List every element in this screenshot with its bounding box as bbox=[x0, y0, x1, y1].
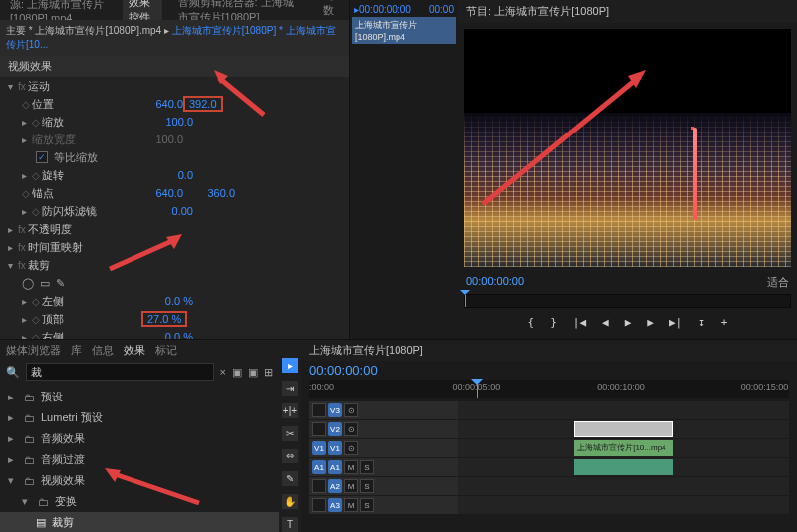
filter-icon[interactable]: ▣ bbox=[232, 366, 242, 379]
slip-tool[interactable]: ⇔ bbox=[282, 449, 298, 464]
selection-tool[interactable]: ▸ bbox=[282, 358, 298, 373]
track-area[interactable]: 上海城市宣传片[10...mp4 bbox=[458, 401, 789, 515]
export-frame-button[interactable]: ↧ bbox=[698, 316, 705, 329]
twisty-icon[interactable]: ▸ bbox=[22, 296, 32, 307]
zoom-fit[interactable]: 适合 bbox=[767, 275, 789, 290]
program-viewer[interactable] bbox=[464, 29, 791, 267]
clip-v1[interactable]: 上海城市宣传片[10...mp4 bbox=[574, 440, 673, 456]
clear-search-icon[interactable]: × bbox=[220, 366, 226, 378]
twisty-icon[interactable]: ▸ bbox=[22, 314, 32, 325]
strip-clip[interactable]: 上海城市宣传片[1080P].mp4 bbox=[352, 17, 456, 44]
rect-mask-icon[interactable]: ▭ bbox=[40, 277, 50, 290]
track-toggle[interactable] bbox=[312, 479, 326, 493]
track-toggle[interactable] bbox=[312, 498, 326, 512]
crop-title[interactable]: 裁剪 bbox=[28, 258, 349, 273]
clip-v2[interactable] bbox=[574, 421, 673, 437]
twisty-icon[interactable]: ▾ bbox=[8, 474, 18, 487]
solo-toggle[interactable]: S bbox=[360, 498, 374, 512]
keyframe-toggle-icon[interactable]: ◇ bbox=[32, 314, 42, 325]
step-fwd-button[interactable]: ▶ bbox=[647, 316, 654, 329]
add-button[interactable]: + bbox=[721, 316, 728, 329]
keyframe-toggle-icon[interactable]: ◇ bbox=[32, 117, 42, 128]
keyframe-toggle-icon[interactable]: ◇ bbox=[32, 206, 42, 217]
opacity-title[interactable]: 不透明度 bbox=[28, 222, 349, 237]
filter-icon[interactable]: ⊞ bbox=[264, 366, 273, 379]
timeremap-title[interactable]: 时间重映射 bbox=[28, 240, 349, 255]
track-target-a1[interactable]: A1 bbox=[328, 460, 342, 474]
keyframe-toggle-icon[interactable]: ◇ bbox=[22, 99, 32, 110]
bin-transform[interactable]: 变换 bbox=[55, 494, 77, 509]
track-select-tool[interactable]: ⇥ bbox=[282, 381, 298, 396]
anchor-x[interactable]: 640.0 bbox=[132, 187, 183, 199]
go-prev-button[interactable]: |◀ bbox=[573, 316, 586, 329]
tab-effects[interactable]: 效果 bbox=[124, 343, 145, 358]
twisty-icon[interactable]: ▸ bbox=[8, 242, 18, 253]
scale-value[interactable]: 100.0 bbox=[141, 116, 193, 128]
solo-toggle[interactable]: S bbox=[360, 479, 374, 493]
mark-in-button[interactable]: { bbox=[528, 316, 535, 329]
uniform-scale-checkbox[interactable] bbox=[36, 151, 48, 163]
twisty-icon[interactable]: ▾ bbox=[22, 495, 32, 508]
anchor-y[interactable]: 360.0 bbox=[183, 187, 235, 199]
twisty-icon[interactable]: ▸ bbox=[22, 206, 32, 217]
timeline-timecode[interactable]: 00:00:00:00 bbox=[301, 361, 797, 380]
solo-toggle[interactable]: S bbox=[360, 460, 374, 474]
track-target-v1[interactable]: V1 bbox=[328, 441, 342, 455]
twisty-icon[interactable]: ▸ bbox=[8, 411, 18, 424]
mute-toggle[interactable]: M bbox=[344, 479, 358, 493]
playhead-icon[interactable] bbox=[477, 380, 478, 398]
rotation-value[interactable]: 0.0 bbox=[141, 169, 193, 181]
twisty-icon[interactable]: ▸ bbox=[22, 117, 32, 128]
antiflicker-value[interactable]: 0.00 bbox=[141, 205, 193, 217]
track-toggle[interactable] bbox=[312, 422, 326, 436]
crop-right-value[interactable]: 0.0 % bbox=[141, 331, 193, 339]
eye-toggle[interactable]: ⊙ bbox=[344, 403, 358, 417]
crop-left-value[interactable]: 0.0 % bbox=[141, 295, 193, 307]
go-next-button[interactable]: ▶| bbox=[669, 316, 682, 329]
bin-presets[interactable]: 预设 bbox=[41, 390, 63, 404]
program-timecode[interactable]: 00:00:00:00 bbox=[466, 275, 524, 290]
filter-icon[interactable]: ▣ bbox=[248, 366, 258, 379]
track-target-a2[interactable]: A2 bbox=[328, 479, 342, 493]
keyframe-toggle-icon[interactable]: ◇ bbox=[32, 332, 42, 340]
eye-toggle[interactable]: ⊙ bbox=[344, 422, 358, 436]
keyframe-toggle-icon[interactable]: ◇ bbox=[32, 170, 42, 181]
track-target-v3[interactable]: V3 bbox=[328, 403, 342, 417]
twisty-icon[interactable]: ▸ bbox=[8, 391, 18, 403]
keyframe-toggle-icon[interactable]: ◇ bbox=[32, 296, 42, 307]
mute-toggle[interactable]: M bbox=[344, 460, 358, 474]
tab-markers[interactable]: 标记 bbox=[155, 343, 177, 358]
crop-top-value[interactable]: 27.0 % bbox=[147, 313, 181, 325]
play-button[interactable]: ▶ bbox=[625, 316, 632, 329]
timeline-ruler[interactable]: :00:00 00:00:05:00 00:00:10:00 00:00:15:… bbox=[309, 380, 789, 398]
effects-search-input[interactable] bbox=[26, 363, 214, 381]
eye-toggle[interactable]: ⊙ bbox=[344, 441, 358, 455]
playhead-icon[interactable] bbox=[465, 295, 466, 307]
hand-tool[interactable]: ✋ bbox=[282, 494, 298, 509]
mark-out-button[interactable]: } bbox=[550, 316, 557, 329]
bin-video-fx[interactable]: 视频效果 bbox=[41, 473, 85, 488]
pen-tool[interactable]: ✎ bbox=[282, 471, 298, 486]
tab-info[interactable]: 信息 bbox=[92, 343, 114, 358]
track-toggle[interactable] bbox=[312, 403, 326, 417]
ripple-tool[interactable]: +|+ bbox=[282, 403, 298, 418]
sequence-tab[interactable]: 上海城市宣传片[1080P] bbox=[309, 344, 423, 356]
track-target-v2[interactable]: V2 bbox=[328, 422, 342, 436]
source-patch-a1[interactable]: A1 bbox=[312, 460, 326, 474]
step-back-button[interactable]: ◀ bbox=[602, 316, 609, 329]
twisty-icon[interactable]: ▸ bbox=[22, 332, 32, 340]
twisty-icon[interactable]: ▾ bbox=[8, 81, 18, 92]
bin-audio-fx[interactable]: 音频效果 bbox=[41, 431, 85, 446]
motion-title[interactable]: 运动 bbox=[28, 79, 349, 94]
pen-mask-icon[interactable]: ✎ bbox=[56, 277, 65, 290]
position-y[interactable]: 392.0 bbox=[189, 98, 217, 110]
twisty-icon[interactable]: ▸ bbox=[22, 134, 32, 145]
razor-tool[interactable]: ✂ bbox=[282, 426, 298, 441]
effect-crop[interactable]: 裁剪 bbox=[52, 515, 74, 530]
position-x[interactable]: 640.0 bbox=[132, 98, 183, 110]
program-ruler[interactable] bbox=[464, 294, 791, 308]
track-target-a3[interactable]: A3 bbox=[328, 498, 342, 512]
keyframe-toggle-icon[interactable]: ◇ bbox=[22, 188, 32, 199]
tab-libraries[interactable]: 库 bbox=[71, 343, 82, 358]
twisty-icon[interactable]: ▸ bbox=[22, 170, 32, 181]
